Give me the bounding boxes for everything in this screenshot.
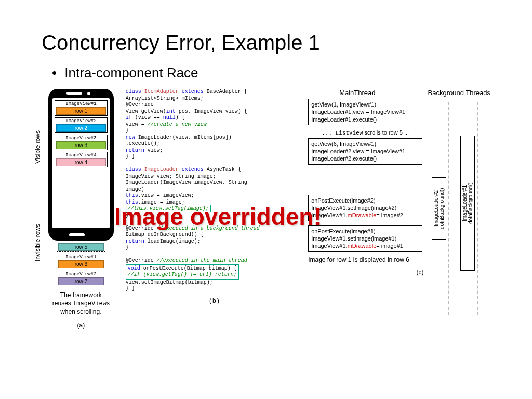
bg-loader-1-box: ImageLoader#1doInBackground() — [460, 136, 475, 271]
invisible-rows-label: Invisible rows — [34, 224, 42, 261]
phone-icon: ImageView#1row 1 ImageView#2row 2 ImageV… — [48, 89, 114, 241]
main-thread-header: MainThread — [339, 89, 375, 97]
timeline-box-2: getView(6, ImageView#1)ImageLoader#2.vie… — [308, 138, 422, 165]
figure-a: Visible rows Invisible rows ImageView#1r… — [42, 89, 121, 329]
timeline-box-3: onPostExecute(image#2)ImageView#1.setIma… — [308, 195, 422, 221]
figure-a-label: (a) — [42, 322, 121, 329]
figure-a-caption: The framework reuses ImageViews when scr… — [42, 291, 121, 316]
scroll-note: ... ListView scrolls to row 5 ... — [308, 129, 422, 136]
overlay-callout: Image overridden! — [114, 203, 322, 231]
slide-title: Concurrency Error, Example 1 — [42, 31, 490, 55]
bullet-item: Intra-component Race — [52, 65, 490, 81]
timeline-box-4: onPostExecute(image#1)ImageView#1.setIma… — [308, 225, 422, 252]
visible-rows-label: Visible rows — [34, 130, 42, 164]
figure-c-timeline: MainThread Background Threads getView(1,… — [308, 89, 490, 329]
figure-b-label: (b) — [126, 298, 303, 305]
bg-threads-header: Background Threads — [428, 89, 490, 97]
bg-loader-2-box: ImageLoader#2doInBackground() — [432, 177, 446, 240]
timeline-box-1: getView(1, ImageView#1)ImageLoader#1.vie… — [308, 99, 422, 125]
